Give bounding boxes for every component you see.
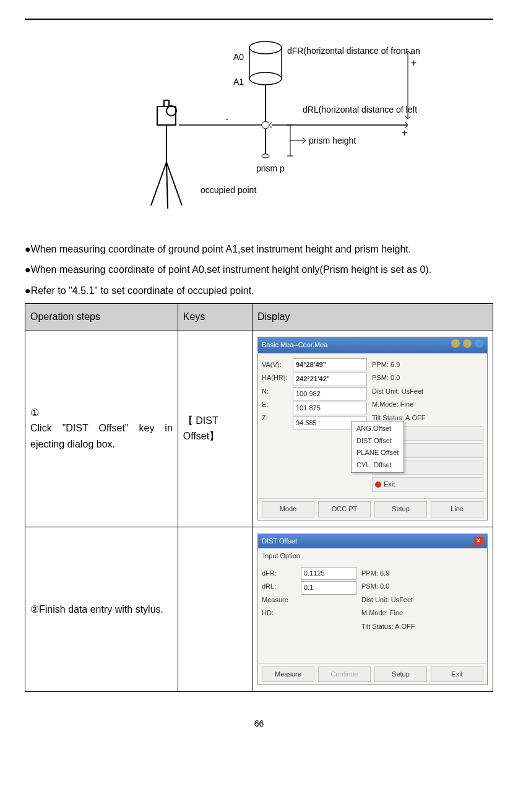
- op-step-1: ① Click "DIST Offset" key in ejecting di…: [25, 330, 178, 527]
- key-1: 【 DIST Offset】: [178, 330, 252, 527]
- psm-l: PSM:: [372, 374, 389, 381]
- screen-coor-mea: Basic Mea--Coor.Mea VA(V): HA(HR): N: E:…: [257, 337, 488, 520]
- plus-2: +: [402, 127, 407, 138]
- bullet-1: ●When measuring coordinate of ground poi…: [25, 241, 493, 257]
- gear-icon[interactable]: [451, 339, 460, 348]
- plus-1: +: [411, 58, 417, 68]
- lbl-e: E:: [262, 399, 288, 410]
- label-prism-height: prism height: [309, 136, 356, 145]
- ppm-l: PPM:: [372, 361, 389, 368]
- top-rule: [25, 19, 493, 20]
- val-n: 100.982: [293, 387, 367, 401]
- s2-ts-l: Tilt Status:: [361, 623, 394, 630]
- svg-point-10: [262, 154, 269, 158]
- label-prism-p: prism p: [256, 163, 285, 173]
- val-e: 101.875: [293, 402, 367, 415]
- lbl-n: N:: [262, 386, 288, 397]
- screen-dist-offset: DIST Offset × Input Option dFR: dRL: Mea…: [257, 533, 488, 686]
- title-text-2: DIST Offset: [262, 536, 297, 547]
- du-v: UsFeet: [402, 387, 423, 395]
- input-option-label: Input Option: [258, 548, 487, 562]
- svg-point-12: [249, 41, 282, 54]
- s2-mm-l: M.Mode:: [361, 609, 388, 616]
- close-icon[interactable]: ×: [473, 537, 483, 545]
- bluetooth-icon[interactable]: [475, 339, 483, 348]
- mm-l: M.Mode:: [372, 400, 399, 408]
- bullet-notes: ●When measuring coordinate of ground poi…: [25, 241, 493, 299]
- titlebar: Basic Mea--Coor.Mea: [258, 337, 487, 353]
- s2-du-v: UsFeet: [391, 596, 413, 603]
- plane-offset-item[interactable]: PLANE Offset: [353, 447, 402, 459]
- du-l: Dist Unit:: [372, 387, 400, 395]
- titlebar-icons: [450, 339, 483, 352]
- title-text: Basic Mea--Coor.Mea: [262, 340, 327, 351]
- continue-button[interactable]: Continue: [318, 667, 371, 683]
- exit-button-2[interactable]: Exit: [431, 667, 483, 683]
- psm-v: 0.0: [391, 374, 400, 381]
- ppm-v: 6.9: [391, 361, 400, 368]
- ts-v: A.OFF: [405, 414, 425, 421]
- bullet-2: ●When measuring coordinate of point A0,s…: [25, 262, 493, 278]
- svg-line-2: [166, 162, 182, 205]
- measure-button[interactable]: Measure: [262, 667, 314, 683]
- label-occupied: occupied point: [201, 185, 256, 195]
- input-dfr[interactable]: 0.1125: [301, 567, 356, 581]
- op-step-2: ②Finish data entry with stylus.: [25, 527, 178, 692]
- label-dfr: dFR(horizontal distance of front and bac…: [287, 46, 420, 56]
- cyl-offset-item[interactable]: CYL. Offset: [353, 459, 402, 472]
- label-a1: A1: [233, 77, 244, 87]
- step-text-1: Click "DIST Offset" key in ejecting dial…: [30, 420, 173, 452]
- lbl-z: Z:: [262, 413, 288, 424]
- val-va: 94°28'49": [293, 358, 367, 372]
- header-keys: Keys: [178, 304, 252, 330]
- label-a0: A0: [233, 52, 244, 62]
- lbl-drl: dRL:: [262, 581, 296, 592]
- mm-v: Fine: [400, 400, 413, 408]
- setup-button[interactable]: Setup: [374, 501, 427, 517]
- bullet-3: ●Refer to "4.5.1" to set coordinate of o…: [25, 283, 493, 299]
- svg-line-3: [166, 162, 168, 209]
- svg-rect-5: [164, 100, 169, 106]
- display-1: Basic Mea--Coor.Mea VA(V): HA(HR): N: E:…: [252, 330, 493, 527]
- titlebar-2: DIST Offset ×: [258, 534, 487, 549]
- s2-ppm-l: PPM:: [361, 569, 378, 577]
- svg-line-1: [151, 162, 166, 205]
- s2-ts-v: A.OFF: [395, 623, 415, 630]
- label-drl: dRL(horizontal distance of left and righ…: [303, 105, 420, 114]
- lbl-ha: HA(HR):: [262, 373, 288, 384]
- svg-point-11: [262, 121, 269, 129]
- lbl-hd: HD:: [262, 608, 296, 619]
- header-operation: Operation steps: [25, 304, 178, 330]
- occpt-button[interactable]: OCC PT: [318, 501, 371, 517]
- offset-popup: ANG.Offset DIST Offset PLANE Offset CYL.…: [351, 421, 404, 473]
- line-button[interactable]: Line: [431, 501, 483, 517]
- s2-ppm-v: 6.9: [380, 569, 389, 577]
- dist-offset-item[interactable]: DIST Offset: [353, 435, 402, 447]
- gear2-icon[interactable]: [463, 339, 472, 348]
- display-2: DIST Offset × Input Option dFR: dRL: Mea…: [252, 527, 493, 692]
- table-row: ① Click "DIST Offset" key in ejecting di…: [25, 330, 493, 527]
- lbl-meas: Measure: [262, 595, 296, 606]
- operation-table: Operation steps Keys Display ① Click "DI…: [25, 303, 493, 692]
- offset-diagram: A0 A1 dFR(horizontal distance of front a…: [25, 32, 493, 223]
- svg-point-15: [249, 72, 282, 85]
- page-number: 66: [25, 717, 493, 730]
- exit-button[interactable]: Exit: [372, 477, 483, 492]
- lbl-dfr: dFR:: [262, 568, 296, 579]
- s2-mm-v: Fine: [390, 609, 403, 616]
- input-drl[interactable]: 0.1: [301, 581, 356, 595]
- exit-icon: [375, 482, 381, 488]
- table-row: ②Finish data entry with stylus. DIST Off…: [25, 527, 493, 692]
- ang-offset-item[interactable]: ANG.Offset: [353, 423, 402, 435]
- minus-sign: -: [225, 113, 228, 124]
- setup-button-2[interactable]: Setup: [374, 667, 427, 683]
- lbl-va: VA(V):: [262, 360, 288, 371]
- svg-point-6: [166, 106, 176, 116]
- key-2: [178, 527, 252, 692]
- s2-du-l: Dist Unit:: [361, 596, 389, 603]
- s2-psm-v: 0.0: [380, 582, 389, 590]
- val-ha: 242°21'42": [293, 373, 367, 386]
- step-num-1: ①: [30, 405, 173, 421]
- header-display: Display: [252, 304, 493, 330]
- mode-button[interactable]: Mode: [262, 501, 314, 517]
